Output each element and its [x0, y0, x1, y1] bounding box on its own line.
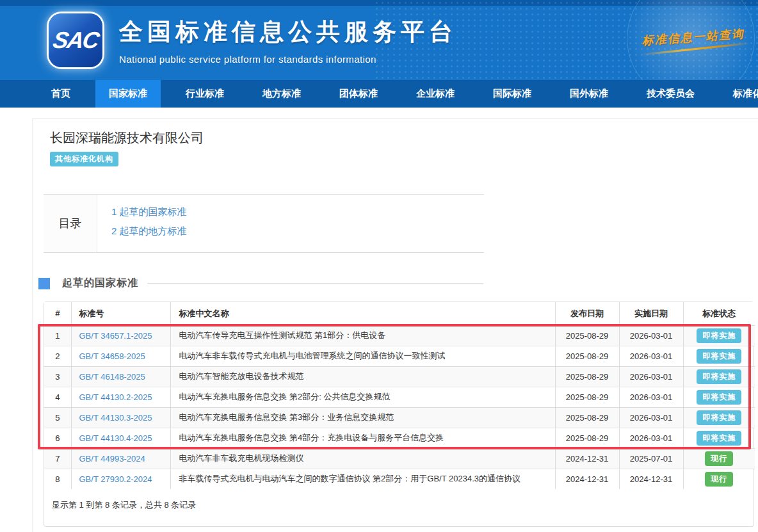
standard-code-link[interactable]: GB/T 27930.2-2024 — [79, 474, 152, 484]
row-index: 7 — [44, 448, 71, 469]
status-cell: 即将实施 — [683, 346, 755, 366]
table-row: 5GB/T 44130.3-2025电动汽车充换电服务信息交换 第3部分：业务信… — [44, 407, 755, 428]
nav-item[interactable]: 技术委员会 — [633, 80, 708, 108]
table-row: 4GB/T 44130.2-2025电动汽车充换电服务信息交换 第2部分: 公共… — [44, 387, 755, 407]
nav-item[interactable]: 国外标准 — [556, 80, 622, 108]
status-cell: 现行 — [683, 469, 755, 489]
table-row: 2GB/T 34658-2025电动汽车非车载传导式充电机与电池管理系统之间的通… — [44, 346, 755, 366]
section-marker-icon — [38, 278, 50, 289]
toc-links: 1 起草的国家标准2 起草的地方标准 — [97, 195, 187, 252]
status-badge: 即将实施 — [697, 328, 741, 343]
row-index: 8 — [44, 469, 71, 489]
records-summary: 显示第 1 到第 8 条记录，总共 8 条记录 — [44, 489, 754, 526]
standards-table: #标准号标准中文名称发布日期实施日期标准状态 1GB/T 34657.1-202… — [44, 302, 755, 489]
standard-code-link[interactable]: GB/T 44130.2-2025 — [79, 392, 152, 402]
site-header: SAC 全国标准信息公共服务平台 National public service… — [0, 0, 758, 80]
implement-date: 2026-03-01 — [619, 366, 683, 387]
implement-date: 2026-03-01 — [619, 325, 683, 346]
row-index: 3 — [44, 366, 71, 387]
table-row: 6GB/T 44130.4-2025电动汽车充换电服务信息交换 第4部分：充换电… — [44, 428, 755, 448]
standard-code-link[interactable]: GB/T 44130.4-2025 — [79, 433, 152, 443]
standard-code-cell: GB/T 34657.1-2025 — [71, 325, 170, 346]
company-name: 长园深瑞能源技术有限公司 — [50, 129, 758, 147]
standard-code-link[interactable]: GB/T 46148-2025 — [79, 372, 145, 382]
nav-item[interactable]: 首页 — [38, 80, 84, 108]
publish-date: 2025-08-29 — [555, 428, 619, 448]
table-row: 8GB/T 27930.2-2024非车载传导式充电机与电动汽车之间的数字通信协… — [44, 469, 755, 489]
implement-date: 2026-03-01 — [619, 428, 683, 448]
column-header: 发布日期 — [555, 302, 619, 325]
column-header: 标准中文名称 — [170, 302, 555, 325]
standard-name: 电动汽车充换电服务信息交换 第3部分：业务信息交换规范 — [170, 407, 555, 428]
table-head: #标准号标准中文名称发布日期实施日期标准状态 — [44, 302, 755, 325]
standard-code-cell: GB/T 44130.4-2025 — [71, 428, 170, 448]
table-row: 3GB/T 46148-2025电动汽车智能充放电设备技术规范2025-08-2… — [44, 366, 755, 387]
row-index: 1 — [44, 325, 71, 346]
publish-date: 2025-08-29 — [555, 366, 619, 387]
row-index: 2 — [44, 346, 71, 366]
standard-code-link[interactable]: GB/T 34657.1-2025 — [79, 331, 152, 341]
standards-table-container: #标准号标准中文名称发布日期实施日期标准状态 1GB/T 34657.1-202… — [44, 302, 754, 527]
status-cell: 即将实施 — [683, 366, 755, 387]
section-divider — [147, 283, 483, 284]
sac-logo-text: SAC — [51, 27, 100, 54]
main-nav: 首页国家标准行业标准地方标准团体标准企业标准国际标准国外标准技术委员会标准化人才 — [0, 80, 758, 108]
content-panel: 长园深瑞能源技术有限公司 其他标准化机构 目录 1 起草的国家标准2 起草的地方… — [32, 118, 758, 532]
implement-date: 2026-03-01 — [619, 407, 683, 428]
standard-code-link[interactable]: GB/T 34658-2025 — [79, 351, 145, 361]
standard-code-cell: GB/T 44130.3-2025 — [71, 407, 170, 428]
row-index: 4 — [44, 387, 71, 407]
row-index: 5 — [44, 407, 71, 428]
nav-item[interactable]: 企业标准 — [403, 80, 468, 108]
nav-item[interactable]: 国家标准 — [95, 80, 161, 108]
column-header: # — [44, 302, 71, 325]
status-cell: 现行 — [683, 448, 755, 469]
site-title: 全国标准信息公共服务平台 — [119, 16, 457, 48]
column-header: 实施日期 — [619, 302, 683, 325]
org-type-badge: 其他标准化机构 — [50, 152, 118, 166]
column-header: 标准号 — [71, 302, 170, 325]
row-index: 6 — [44, 428, 71, 448]
section-header: 起草的国家标准 — [38, 277, 483, 290]
standard-code-cell: GB/T 44130.2-2025 — [71, 387, 170, 407]
standard-code-cell: GB/T 46148-2025 — [71, 366, 170, 387]
nav-item[interactable]: 国际标准 — [480, 80, 545, 108]
toc-link[interactable]: 1 起草的国家标准 — [111, 206, 187, 218]
nav-item[interactable]: 地方标准 — [249, 80, 314, 108]
nav-item[interactable]: 行业标准 — [172, 80, 238, 108]
table-row: 1GB/T 34657.1-2025电动汽车传导充电互操作性测试规范 第1部分：… — [44, 325, 755, 346]
publish-date: 2024-12-31 — [555, 448, 619, 469]
standard-code-cell: GB/T 44993-2024 — [71, 448, 170, 469]
implement-date: 2024-12-31 — [619, 469, 683, 489]
company-tag-row: 其他标准化机构 — [50, 152, 758, 166]
status-cell: 即将实施 — [683, 387, 755, 407]
publish-date: 2025-08-29 — [555, 407, 619, 428]
publish-date: 2025-08-29 — [555, 346, 619, 366]
status-badge: 即将实施 — [697, 431, 741, 446]
status-badge: 现行 — [705, 472, 733, 487]
page: SAC 全国标准信息公共服务平台 National public service… — [0, 0, 758, 532]
publish-date: 2025-08-29 — [555, 325, 619, 346]
implement-date: 2025-07-01 — [619, 448, 683, 469]
column-header: 标准状态 — [683, 302, 755, 325]
toc-title: 目录 — [44, 195, 97, 252]
toc-link[interactable]: 2 起草的地方标准 — [111, 225, 187, 238]
status-badge: 即将实施 — [697, 410, 741, 425]
table-body: 1GB/T 34657.1-2025电动汽车传导充电互操作性测试规范 第1部分：… — [44, 325, 755, 489]
table-header-row: #标准号标准中文名称发布日期实施日期标准状态 — [44, 302, 755, 325]
publish-date: 2025-08-29 — [555, 387, 619, 407]
standard-name: 非车载传导式充电机与电动汽车之间的数字通信协议 第2部分：用于GB/T 2023… — [170, 469, 555, 489]
standard-code-link[interactable]: GB/T 44130.3-2025 — [79, 413, 152, 423]
nav-item[interactable]: 团体标准 — [326, 80, 391, 108]
status-cell: 即将实施 — [683, 325, 755, 346]
standard-name: 电动汽车传导充电互操作性测试规范 第1部分：供电设备 — [170, 325, 555, 346]
status-cell: 即将实施 — [683, 407, 755, 428]
sac-logo[interactable]: SAC — [49, 13, 102, 67]
standard-code-cell: GB/T 34658-2025 — [71, 346, 170, 366]
standard-code-link[interactable]: GB/T 44993-2024 — [79, 454, 145, 463]
standard-name: 电动汽车智能充放电设备技术规范 — [170, 366, 555, 387]
site-subtitle: National public service platform for sta… — [119, 54, 457, 65]
nav-item[interactable]: 标准化人才 — [720, 80, 758, 108]
standard-name: 电动汽车非车载充电机现场检测仪 — [170, 448, 555, 469]
standard-name: 电动汽车非车载传导式充电机与电池管理系统之间的通信协议一致性测试 — [170, 346, 555, 366]
